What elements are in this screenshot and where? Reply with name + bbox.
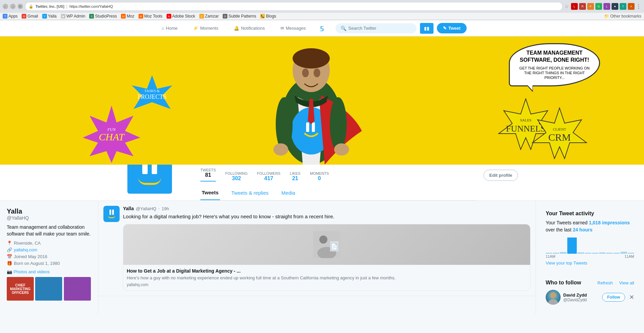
- ext-icon-4[interactable]: G: [595, 3, 602, 10]
- bookmark-adobe[interactable]: A Adobe Stock: [167, 14, 195, 19]
- photos-videos-link[interactable]: 📷 Photos and videos: [7, 269, 91, 274]
- bookmark-yalla[interactable]: Y Yalla: [42, 14, 57, 19]
- twitter-nav: ⌂ Home ⚡ Moments 🔔 Notifications ✉ Messa…: [0, 20, 644, 36]
- edit-profile-button[interactable]: Edit profile: [484, 170, 518, 181]
- ext-icon-2[interactable]: R: [579, 3, 586, 10]
- nav-home[interactable]: ⌂ Home: [159, 26, 180, 31]
- subtle-favicon: S: [223, 14, 227, 19]
- profile-section: TWEETS 81 FOLLOWING 302 FOLLOWERS 417 LI…: [0, 165, 644, 201]
- photo-thumb-3: [64, 277, 91, 301]
- svg-rect-17: [306, 122, 309, 132]
- svg-text:📄: 📄: [330, 243, 338, 250]
- quill-icon: ✎: [443, 26, 447, 31]
- folder-icon: 📁: [604, 14, 609, 19]
- bookmark-gmail[interactable]: G Gmail: [22, 14, 38, 19]
- envelope-icon: ✉: [280, 26, 284, 31]
- bookmark-zamzar[interactable]: Z Zamzar: [199, 14, 219, 19]
- svg-point-24: [314, 68, 320, 77]
- meta-website[interactable]: 🔗 yallahq.com: [7, 247, 91, 252]
- ext-icon-1[interactable]: L: [571, 3, 578, 10]
- url-bar[interactable]: 🔒 Twitter, Inc. [US] | https://twitter.c…: [25, 2, 563, 11]
- tab-tweets[interactable]: Tweets: [200, 186, 220, 200]
- follow-user-avatar: [546, 290, 561, 305]
- superman-figure: [257, 36, 365, 165]
- ext-icon-8[interactable]: A: [628, 3, 635, 10]
- stat-likes[interactable]: LIKES 21: [290, 171, 300, 182]
- forward-button[interactable]: →: [10, 4, 16, 9]
- tweet-link-info: How to Get a Job at a Digital Marketing …: [123, 265, 530, 290]
- tweet-link-title: How to Get a Job at a Digital Marketing …: [127, 268, 527, 274]
- back-button[interactable]: ←: [3, 4, 8, 9]
- tweet-bar-left: [109, 210, 111, 215]
- tweet-header: Yalla @YallaHQ · 19h: [123, 206, 530, 211]
- pause-button[interactable]: ▮▮: [420, 23, 434, 34]
- svg-rect-18: [312, 122, 315, 132]
- chart-bar-12: [628, 253, 634, 254]
- svg-text:CRM: CRM: [548, 132, 571, 143]
- stat-tweets[interactable]: TWEETS 81: [200, 168, 216, 182]
- bookmark-apps[interactable]: ☷ Apps: [3, 14, 18, 19]
- profile-name: Yalla: [7, 207, 91, 215]
- nav-notifications[interactable]: 🔔 Notifications: [231, 26, 268, 31]
- follow-user-name: David Zydd: [563, 293, 599, 298]
- chart-bar-9: [606, 253, 613, 254]
- ext-icon-7[interactable]: T: [620, 3, 626, 10]
- bookmark-subtle[interactable]: S Subtle Patterns: [223, 14, 256, 19]
- photo-thumb-2: [35, 277, 62, 301]
- svg-point-27: [319, 235, 327, 244]
- ext-icon-5[interactable]: L: [603, 3, 610, 10]
- bookmark-sp[interactable]: S StudioPress: [89, 14, 117, 19]
- yalla-favicon: Y: [42, 14, 47, 19]
- view-all-link[interactable]: View all: [619, 280, 634, 285]
- ext-icon-3[interactable]: F: [587, 3, 594, 10]
- chart-bar-main: [567, 238, 577, 254]
- chart-bar-10: [613, 253, 620, 254]
- browser-refresh-button[interactable]: ↻: [18, 4, 23, 9]
- stat-moments[interactable]: MOMENTS 0: [310, 171, 329, 182]
- search-bar[interactable]: 🔍: [336, 23, 417, 33]
- tab-tweets-replies[interactable]: Tweets & replies: [230, 186, 270, 200]
- link-icon: 🔗: [7, 247, 12, 252]
- dismiss-follow-icon[interactable]: ✕: [629, 294, 634, 301]
- tweet-link-domain: yallahq.com: [127, 282, 527, 287]
- search-input[interactable]: [348, 26, 412, 31]
- browser-extensions: L R F G L ● T A ⋮: [571, 3, 641, 10]
- nav-messages[interactable]: ✉ Messages: [278, 26, 308, 31]
- cover-image: TEAM MANAGEMENT SOFTWARE, DONE RIGHT! GE…: [0, 36, 644, 165]
- follow-button[interactable]: Follow: [602, 293, 625, 302]
- refresh-link[interactable]: Refresh: [597, 280, 613, 285]
- ext-icon-6[interactable]: ●: [612, 3, 618, 10]
- profile-handle: @YallaHQ: [7, 215, 91, 221]
- tweet-link-card[interactable]: 📄 How to Get a Job at a Digital Marketin…: [123, 224, 530, 291]
- tweet-button[interactable]: ✎ Tweet: [437, 23, 467, 33]
- bookmark-wp[interactable]: 📋 WP Admin: [61, 14, 85, 19]
- zamzar-favicon: Z: [199, 14, 204, 19]
- svg-point-23: [302, 68, 309, 77]
- bookmark-blogs[interactable]: 📞 Blogs: [260, 14, 276, 19]
- view-top-tweets-link[interactable]: View your top Tweets: [546, 260, 634, 266]
- stat-following[interactable]: FOLLOWING 302: [225, 171, 248, 182]
- stat-followers[interactable]: FOLLOWERS 417: [257, 171, 280, 182]
- svg-point-19: [276, 97, 293, 151]
- follow-user-info: David Zydd @DavidZydd: [563, 293, 599, 302]
- tweet-avatar: [103, 206, 120, 222]
- nav-moments[interactable]: ⚡ Moments: [190, 26, 221, 31]
- meta-birthday: 🎁 Born on August 1, 1980: [7, 261, 91, 266]
- bolt-icon: ⚡: [193, 26, 198, 31]
- tweet-link-desc: Here's how a guy with no marketing exper…: [127, 275, 527, 281]
- svg-point-20: [330, 97, 347, 151]
- bookmark-mozt[interactable]: M Moz Tools: [139, 14, 163, 19]
- activity-title: Your Tweet activity: [546, 211, 634, 217]
- extensions-menu[interactable]: ⋮: [636, 3, 641, 10]
- follow-user-row: David Zydd @DavidZydd Follow ✕: [546, 290, 634, 305]
- calendar-icon: 📅: [7, 254, 12, 259]
- tweet-link-image: 📄: [123, 224, 530, 265]
- chart-bar-8: [599, 252, 605, 254]
- photo-grid: CHIEFMARKETINGOFFICERS: [7, 277, 91, 301]
- bookmark-moz[interactable]: M Moz: [121, 14, 134, 19]
- bookmark-star-icon[interactable]: ☆: [565, 4, 569, 9]
- chart-bar-11: [621, 252, 627, 254]
- tab-media[interactable]: Media: [280, 186, 297, 200]
- activity-hours: 24 hours: [573, 227, 592, 232]
- other-bookmarks[interactable]: 📁 Other bookmarks: [604, 14, 641, 19]
